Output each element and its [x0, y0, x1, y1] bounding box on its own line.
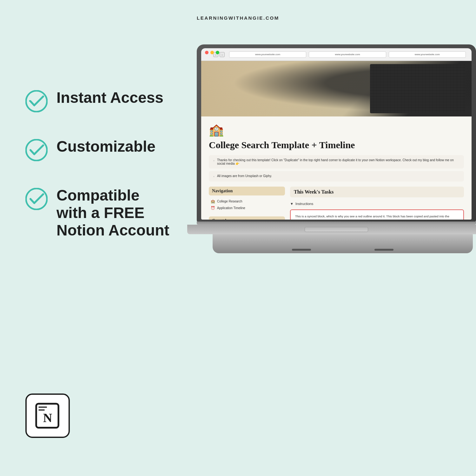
feature-text-1: Instant Access	[56, 89, 163, 106]
site-name: LEARNINGWITHANGIE.COM	[197, 15, 279, 21]
feature-text-3: Compatible with a FREE Notion Account	[56, 187, 169, 239]
features-list: Instant Access Customizable Compatible w…	[25, 89, 169, 239]
callout-icon-2: ◦	[213, 175, 215, 178]
feature-text-2: Customizable	[56, 138, 155, 155]
college-research-icon: 🏫	[211, 199, 215, 203]
callout-1: ◦ Thanks for checking out this template!…	[209, 155, 464, 169]
screen-content: 🏫 College Search Template + Timeline ◦ T…	[201, 61, 472, 220]
notion-page-content: 🏫 College Search Template + Timeline ◦ T…	[201, 116, 472, 220]
synced-block: This is a synced block, which is why you…	[290, 209, 464, 220]
checkmark-icon-3	[25, 188, 48, 210]
site-header: LEARNINGWITHANGIE.COM	[0, 0, 476, 21]
hero-image	[201, 61, 472, 116]
laptop-frame: ‹ › www.yourwebsite.com www.yourwebsite.…	[197, 44, 476, 222]
laptop-hinge	[197, 221, 476, 225]
application-timeline-icon: ⏰	[211, 206, 215, 210]
browser-chrome: ‹ › www.yourwebsite.com www.yourwebsite.…	[201, 48, 472, 61]
nav-item-application-timeline-label: Application Timeline	[217, 206, 245, 210]
nav-item-college-research-label: College Research	[217, 200, 242, 203]
laptop-foot-left	[292, 249, 311, 251]
svg-rect-7	[38, 409, 45, 411]
callout-icon-1: ◦	[213, 159, 215, 162]
traffic-light-red[interactable]	[205, 51, 208, 54]
left-column: Navigation 🏫 College Research ⏰ Applicat…	[209, 187, 285, 220]
nav-item-college-research[interactable]: 🏫 College Research	[209, 198, 285, 205]
laptop-foot-right	[374, 249, 393, 251]
laptop-mockup: ‹ › www.yourwebsite.com www.yourwebsite.…	[197, 44, 476, 425]
keyboard-texture	[370, 64, 465, 113]
feature-compatible: Compatible with a FREE Notion Account	[25, 187, 169, 239]
address-bar-2[interactable]: www.yourwebsite.com	[309, 51, 386, 58]
laptop-keyboard-base	[187, 225, 476, 234]
traffic-light-green[interactable]	[216, 51, 219, 54]
synced-block-text: This is a synced block, which is why you…	[295, 214, 459, 220]
tasks-toggle-arrow-icon: ▼	[290, 202, 294, 206]
checkmark-icon-2	[25, 139, 48, 161]
callout-2: ◦ All images are from Unsplash or Giphy.	[209, 171, 464, 182]
svg-text:N: N	[43, 411, 52, 425]
page-icon: 🏫	[209, 123, 464, 137]
right-column: This Week's Tasks ▼ Instructions This is…	[290, 187, 464, 220]
nav-item-application-timeline[interactable]: ⏰ Application Timeline	[209, 205, 285, 211]
laptop-bezel: ‹ › www.yourwebsite.com www.yourwebsite.…	[201, 48, 472, 220]
feature-instant-access: Instant Access	[25, 89, 169, 112]
two-column-layout: Navigation 🏫 College Research ⏰ Applicat…	[209, 187, 464, 220]
checkmark-icon-1	[25, 90, 48, 112]
tasks-header: This Week's Tasks	[290, 187, 464, 197]
laptop-bottom	[213, 234, 473, 253]
tasks-instructions-toggle[interactable]: ▼ Instructions	[290, 201, 464, 207]
laptop-base	[187, 221, 476, 234]
address-bars: www.yourwebsite.com www.yourwebsite.com …	[229, 51, 466, 58]
forward-arrow[interactable]: ›	[220, 52, 225, 57]
notion-logo: N	[25, 393, 70, 438]
svg-point-3	[26, 140, 47, 161]
svg-rect-6	[38, 407, 47, 408]
notion-logo-svg: N	[33, 401, 62, 430]
countdown-section: Countdown ▶ Instructions Graduating High…	[209, 216, 285, 220]
traffic-lights	[205, 51, 219, 54]
svg-point-4	[26, 188, 47, 209]
address-bar-3[interactable]: www.yourwebsite.com	[389, 51, 466, 58]
callout-text-2: All images are from Unsplash or Giphy.	[217, 174, 272, 178]
tasks-instructions-label: Instructions	[295, 202, 313, 206]
countdown-header: Countdown	[209, 216, 285, 220]
page-title: College Search Template + Timeline	[209, 139, 464, 151]
traffic-light-yellow[interactable]	[210, 51, 214, 54]
address-bar-1[interactable]: www.yourwebsite.com	[229, 51, 306, 58]
laptop-touchpad	[305, 227, 368, 232]
navigation-header: Navigation	[209, 187, 285, 195]
callout-text-1: Thanks for checking out this template! C…	[217, 158, 459, 165]
feature-customizable: Customizable	[25, 138, 169, 161]
